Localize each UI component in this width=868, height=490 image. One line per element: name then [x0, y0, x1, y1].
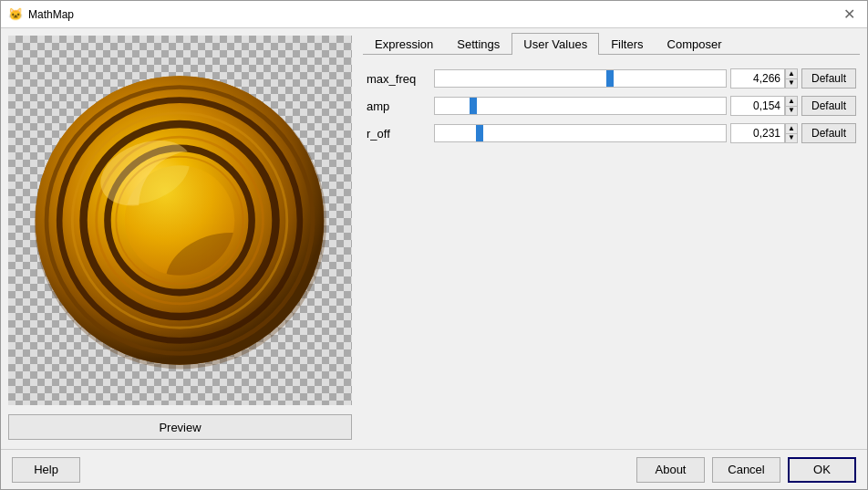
torus-overlay: [8, 36, 352, 405]
spinner-down-r-off[interactable]: ▼: [785, 133, 798, 144]
spinner-down-amp[interactable]: ▼: [785, 106, 798, 117]
param-row-r-off: r_off 0,231 ▲ ▼ Default: [363, 120, 860, 146]
left-panel: Preview: [1, 28, 359, 449]
footer-left: Help: [12, 457, 80, 483]
param-label-amp: amp: [367, 99, 430, 113]
param-spinner-amp: ▲ ▼: [785, 96, 798, 116]
param-thumb-amp[interactable]: [470, 98, 477, 114]
tab-settings[interactable]: Settings: [445, 33, 512, 55]
svg-point-15: [36, 76, 324, 364]
param-value-r-off[interactable]: 0,231: [730, 123, 785, 143]
param-row-max-freq: max_freq 4,266 ▲ ▼ Default: [363, 66, 860, 91]
tab-user-values[interactable]: User Values: [512, 33, 599, 55]
spinner-up-max-freq[interactable]: ▲: [785, 68, 798, 78]
spinner-down-max-freq[interactable]: ▼: [785, 78, 798, 89]
footer: Help About Cancel OK: [1, 449, 867, 489]
param-slider-amp[interactable]: [434, 97, 727, 115]
param-spinner-r-off: ▲ ▼: [785, 123, 798, 143]
tab-composer[interactable]: Composer: [656, 33, 734, 55]
param-default-max-freq[interactable]: Default: [801, 68, 856, 89]
right-panel: Expression Settings User Values Filters …: [359, 28, 867, 449]
spinner-up-r-off[interactable]: ▲: [785, 123, 798, 133]
title-bar-left: 🐱 MathMap: [8, 7, 74, 22]
param-thumb-r-off[interactable]: [476, 125, 483, 141]
about-button[interactable]: About: [636, 457, 705, 483]
param-label-r-off: r_off: [367, 127, 430, 141]
main-window: 🐱 MathMap ✕: [0, 0, 868, 490]
preview-button[interactable]: Preview: [8, 414, 352, 440]
param-slider-r-off[interactable]: [434, 124, 727, 142]
param-value-max-freq[interactable]: 4,266: [730, 68, 785, 89]
main-content: Preview Expression Settings User Values …: [1, 28, 867, 449]
param-spinner-max-freq: ▲ ▼: [785, 68, 798, 89]
user-values-content: max_freq 4,266 ▲ ▼ Default amp: [363, 62, 860, 442]
close-button[interactable]: ✕: [838, 4, 860, 26]
param-row-amp: amp 0,154 ▲ ▼ Default: [363, 93, 860, 119]
preview-canvas: [8, 36, 352, 405]
param-default-r-off[interactable]: Default: [801, 123, 856, 143]
preview-button-row: Preview: [8, 412, 352, 442]
help-button[interactable]: Help: [12, 457, 80, 483]
title-bar-title: MathMap: [28, 8, 74, 21]
param-default-amp[interactable]: Default: [801, 96, 856, 116]
app-icon: 🐱: [8, 7, 23, 22]
param-thumb-max-freq[interactable]: [606, 70, 614, 87]
param-slider-max-freq[interactable]: [434, 69, 727, 88]
footer-right: About Cancel OK: [636, 457, 856, 483]
cancel-button[interactable]: Cancel: [712, 457, 780, 483]
param-value-amp[interactable]: 0,154: [730, 96, 785, 116]
tabs-row: Expression Settings User Values Filters …: [363, 32, 860, 55]
title-bar: 🐱 MathMap ✕: [1, 1, 867, 28]
spinner-up-amp[interactable]: ▲: [785, 96, 798, 106]
param-label-max-freq: max_freq: [367, 72, 430, 86]
tab-expression[interactable]: Expression: [363, 33, 445, 55]
tab-filters[interactable]: Filters: [599, 33, 655, 55]
ok-button[interactable]: OK: [788, 457, 856, 483]
